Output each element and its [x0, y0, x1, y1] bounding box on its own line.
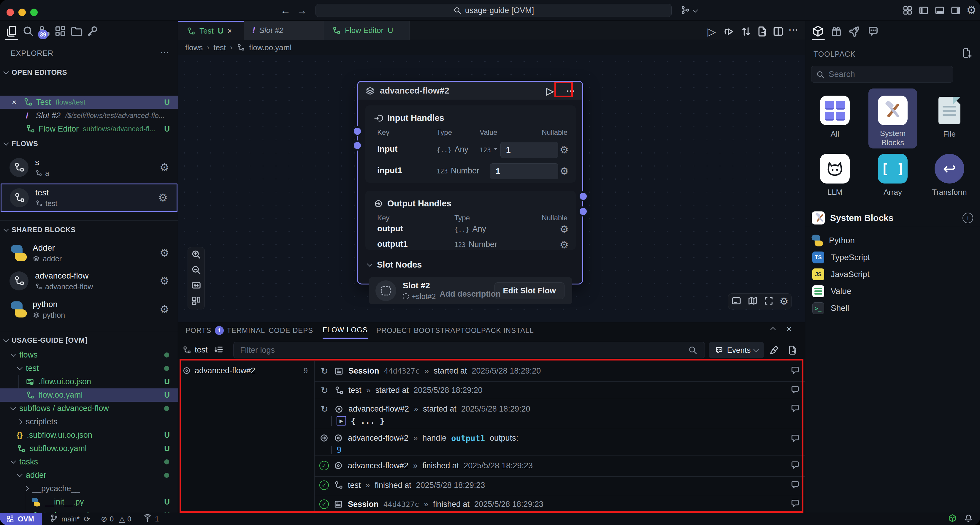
events-filter-dropdown[interactable]: Events	[709, 342, 764, 358]
info-icon[interactable]: i	[963, 212, 973, 223]
close-icon[interactable]: ×	[228, 27, 232, 35]
remote-branch-icon[interactable]	[680, 5, 690, 16]
tile-llm-label[interactable]: LLM	[811, 188, 859, 197]
export-logs-icon[interactable]	[787, 345, 798, 357]
gear-icon[interactable]: ⚙	[560, 144, 569, 156]
panel-tab-ports[interactable]: PORTS 1	[186, 322, 224, 339]
sync-icon[interactable]: ⟳	[84, 515, 90, 524]
open-editor-test[interactable]: × Test flows/test U	[0, 96, 178, 109]
toggle-sidebar-icon[interactable]	[918, 5, 929, 17]
flow-node-advanced-flow2[interactable]: advanced-flow#2 ▷ ⋯ Input Handles Key Ty…	[357, 81, 583, 284]
git-branch-label[interactable]: main*	[61, 515, 80, 523]
gear-icon[interactable]: ⚙	[560, 223, 569, 235]
tile-all-icon[interactable]	[820, 96, 850, 125]
toggle-panel-icon[interactable]	[731, 295, 742, 307]
history-back-icon[interactable]: ←	[280, 5, 291, 16]
tab-flow-editor[interactable]: Flow Editor U	[323, 21, 410, 40]
tree-folder-tasks[interactable]: tasks	[0, 455, 178, 469]
keys-icon[interactable]	[86, 25, 99, 38]
project-section-header[interactable]: USAGE-GUIDE [OVM]	[4, 336, 87, 345]
history-forward-icon[interactable]: →	[297, 5, 307, 16]
tree-folder-subflows[interactable]: subflows / advanced-flow	[0, 402, 178, 415]
active-flow-label[interactable]: test	[195, 345, 208, 354]
toggle-panel-icon[interactable]	[934, 5, 945, 17]
settings-gear-icon[interactable]: ⚙	[966, 3, 977, 17]
ports-forwarded-count[interactable]: 1	[155, 515, 159, 523]
tile-transform-label[interactable]: Transform	[926, 188, 973, 197]
tree-file-flow-ui-json[interactable]: .flow.ui.oo.jsonU	[0, 375, 178, 388]
customize-layout-icon[interactable]	[902, 5, 913, 17]
tree-folder-flows[interactable]: flows	[0, 348, 178, 362]
remote-status-icon[interactable]	[948, 514, 957, 524]
log-collapse-list-icon[interactable]	[214, 345, 224, 356]
add-description-button[interactable]: Add description	[357, 289, 583, 299]
block-item-javascript[interactable]: JS JavaScript	[805, 266, 980, 283]
minimize-window-button[interactable]	[18, 9, 26, 16]
panel-tab-code-deps[interactable]: CODE DEPS	[269, 322, 313, 339]
panel-tab-terminal[interactable]: TERMINAL	[227, 322, 265, 339]
gear-icon[interactable]: ⚙	[160, 274, 169, 287]
tree-folder-pycache[interactable]: __pycache__	[0, 482, 178, 495]
zoom-out-icon[interactable]	[191, 265, 202, 276]
run-icon[interactable]: ▷	[708, 26, 716, 38]
warnings-count[interactable]: 0	[127, 515, 131, 523]
tile-system-blocks-label[interactable]: System Blocks	[869, 129, 916, 147]
run-subflow-icon[interactable]	[724, 26, 735, 38]
shared-block-advanced-flow[interactable]: advanced-flow advanced-flow ⚙	[0, 268, 178, 294]
errors-icon[interactable]: ⊘	[101, 515, 107, 524]
tile-array-icon[interactable]: [ ]	[878, 154, 908, 184]
block-item-value[interactable]: Value	[805, 283, 980, 300]
swap-ports-icon[interactable]	[740, 26, 752, 38]
gear-icon[interactable]: ⚙	[560, 165, 569, 177]
command-center-search[interactable]: usage-guide [OVM]	[315, 4, 671, 17]
tree-file-init-py[interactable]: __init__.pyU	[0, 495, 178, 509]
flow-item-test[interactable]: test test ⚙	[1, 184, 178, 212]
close-icon[interactable]: ×	[12, 98, 23, 107]
export-file-icon[interactable]	[756, 26, 768, 38]
chat-icon[interactable]	[867, 25, 880, 38]
toolpack-box-icon[interactable]	[812, 25, 824, 38]
fullscreen-icon[interactable]	[764, 295, 774, 307]
flow-canvas[interactable]: advanced-flow#2 ▷ ⋯ Input Handles Key Ty…	[178, 55, 805, 322]
input-handle-dot[interactable]	[354, 142, 361, 149]
extensions-blocks-icon[interactable]	[54, 25, 67, 38]
auto-layout-icon[interactable]	[191, 295, 202, 307]
explorer-files-icon[interactable]	[5, 25, 18, 38]
ports-forwarded-icon[interactable]	[143, 514, 152, 524]
tile-system-blocks-icon[interactable]	[878, 96, 908, 125]
maximize-window-button[interactable]	[30, 9, 38, 16]
block-item-typescript[interactable]: TS TypeScript	[805, 249, 980, 266]
gear-icon[interactable]: ⚙	[560, 239, 569, 251]
shared-blocks-section-header[interactable]: SHARED BLOCKS	[4, 226, 76, 234]
git-branch-icon[interactable]	[49, 514, 59, 524]
close-window-button[interactable]	[6, 9, 14, 16]
block-item-shell[interactable]: >_ Shell	[805, 300, 980, 316]
tree-folder-scriptlets[interactable]: scriptlets	[0, 415, 178, 429]
tree-folder-adder[interactable]: adder	[0, 469, 178, 482]
input-value-field[interactable]: 1	[500, 142, 558, 158]
panel-tab-toolpack-install[interactable]: TOOLPACK INSTALL	[461, 322, 534, 339]
tile-llm-icon[interactable]	[820, 154, 850, 184]
flows-section-header[interactable]: FLOWS	[4, 140, 38, 148]
errors-count[interactable]: 0	[110, 515, 114, 523]
search-icon[interactable]	[22, 25, 34, 38]
minimap-icon[interactable]	[747, 295, 758, 307]
filter-logs-input[interactable]	[233, 342, 705, 358]
folder-icon[interactable]	[70, 25, 83, 38]
gear-icon[interactable]: ⚙	[160, 303, 169, 316]
split-editor-icon[interactable]	[772, 26, 784, 38]
tile-file-label[interactable]: File	[926, 129, 973, 139]
output-handle-dot[interactable]	[580, 208, 587, 215]
open-editor-slot2[interactable]: ! Slot #2 /$/self/flows/test/advanced-fl…	[0, 109, 178, 122]
clear-logs-broom-icon[interactable]	[769, 345, 780, 357]
breadcrumb[interactable]: flows › test › flow.oo.yaml	[178, 40, 805, 55]
tab-slot2[interactable]: ! Slot #2	[244, 21, 323, 40]
canvas-settings-icon[interactable]: ⚙	[780, 295, 788, 307]
shared-block-python[interactable]: python python ⚙	[0, 296, 178, 322]
gear-icon[interactable]: ⚙	[158, 191, 168, 204]
block-item-python[interactable]: Python	[805, 232, 980, 249]
new-toolpack-icon[interactable]	[961, 48, 972, 60]
shared-block-adder[interactable]: Adder adder ⚙	[0, 240, 178, 266]
tree-folder-test[interactable]: test	[0, 362, 178, 375]
node-run-button[interactable]: ▷	[546, 85, 554, 97]
